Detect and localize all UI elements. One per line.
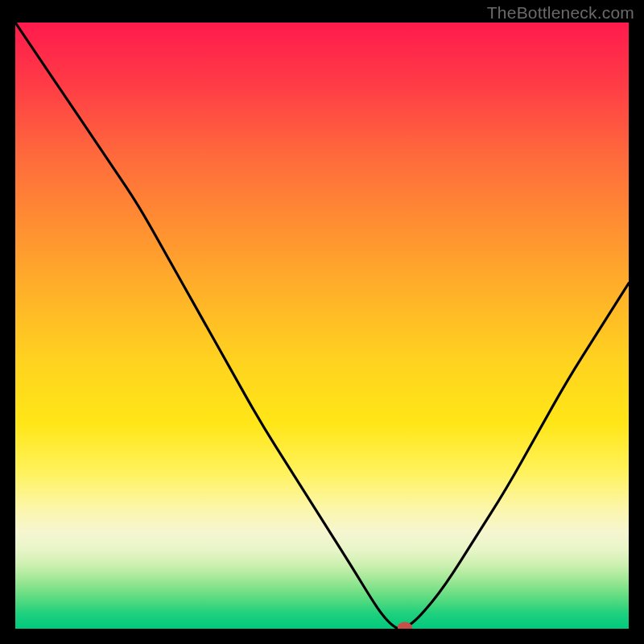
current-config-marker: [398, 622, 412, 630]
watermark-text: TheBottleneck.com: [487, 3, 634, 23]
curve-layer: [15, 23, 629, 629]
plot-area: [15, 23, 629, 629]
bottleneck-curve: [15, 23, 629, 629]
chart-frame: TheBottleneck.com: [0, 0, 644, 644]
